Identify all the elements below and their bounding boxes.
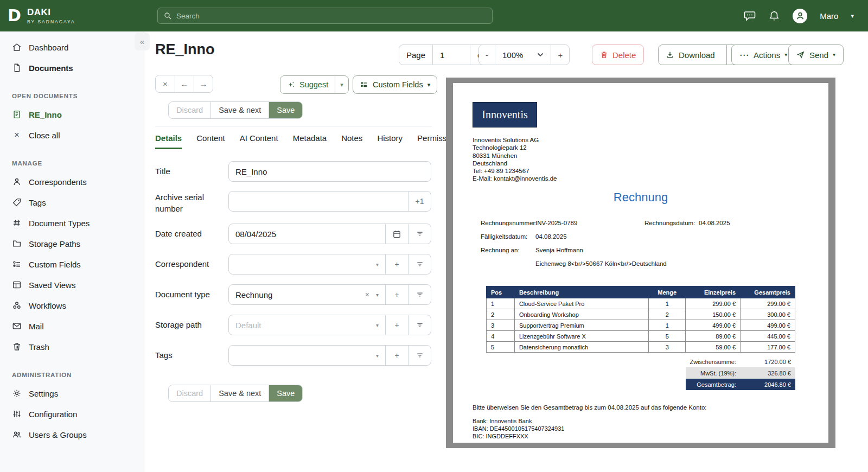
sidebar-item-configuration[interactable]: Configuration — [0, 404, 144, 424]
date-created-field — [228, 224, 431, 244]
sidebar-item-saved-views[interactable]: Saved Views — [0, 275, 144, 295]
pdf-preview-frame[interactable]: Innoventis Innoventis Solutions AG Techn… — [446, 78, 835, 448]
divider — [155, 126, 432, 126]
actions-button[interactable]: ⋯ Actions ▾ — [731, 44, 795, 65]
sidebar-item-trash[interactable]: Trash — [0, 336, 144, 357]
brand-logo[interactable]: D DAKI BY SADNACAYA — [0, 7, 144, 24]
storage-path-add-button[interactable]: + — [385, 315, 408, 335]
correspondent-add-button[interactable]: + — [385, 254, 408, 274]
brand-d-icon: D — [8, 8, 21, 24]
custom-fields-icon — [360, 80, 368, 89]
save-group-bottom: Discard Save & next Save — [168, 385, 303, 402]
sidebar-item-custom-fields[interactable]: Custom Fields — [0, 254, 144, 275]
cell: 2 — [649, 309, 686, 320]
asn-next-number-button[interactable]: +1 — [408, 192, 431, 211]
discard-button[interactable]: Discard — [169, 102, 210, 118]
discard-button[interactable]: Discard — [169, 385, 210, 401]
save-next-button[interactable]: Save & next — [210, 385, 269, 401]
download-button[interactable]: Download — [659, 45, 722, 65]
tags-select[interactable]: ▾ — [229, 346, 385, 365]
ellipsis-icon: ⋯ — [739, 49, 749, 61]
sidebar-item-documents[interactable]: Documents — [0, 58, 144, 78]
close-document-button[interactable]: × — [156, 75, 175, 92]
document-type-select[interactable]: Rechnung × ▾ — [229, 285, 385, 304]
tab-content[interactable]: Content — [196, 133, 225, 149]
company-line: 80331 München — [473, 152, 557, 160]
trash-icon — [12, 342, 22, 352]
document-type-add-button[interactable]: + — [385, 285, 408, 304]
global-search[interactable] — [157, 8, 493, 24]
next-document-button[interactable]: → — [194, 75, 213, 92]
tab-metadata[interactable]: Metadata — [293, 133, 327, 149]
sidebar-item-document-types[interactable]: Document Types — [0, 213, 144, 233]
date-created-input[interactable] — [235, 229, 379, 239]
tab-ai-content[interactable]: AI Content — [240, 133, 278, 149]
custom-fields-button[interactable]: Custom Fields ▾ — [353, 75, 437, 94]
user-avatar[interactable] — [793, 9, 807, 23]
tags-filter-button[interactable] — [408, 346, 431, 365]
payment-note: Bitte überweisen Sie den Gesamtbetrag bi… — [473, 404, 707, 411]
asn-field-label: Archive serial number — [155, 192, 225, 214]
suggest-button[interactable]: Suggest — [280, 76, 335, 93]
save-button[interactable]: Save — [269, 102, 302, 118]
arrow-left-icon: ← — [181, 79, 189, 88]
delete-button[interactable]: Delete — [592, 44, 644, 65]
due-date-label: Fälligkeitsdatum: — [481, 233, 527, 240]
user-menu[interactable]: Maro — [820, 11, 838, 21]
cell: Datensicherung monatlich — [514, 342, 648, 353]
sidebar-item-correspondents[interactable]: Correspondents — [0, 171, 144, 192]
subtotal-row: Zwischensumme: 1720.00 € — [686, 356, 795, 367]
storage-path-select[interactable]: Default ▾ — [229, 315, 385, 335]
zoom-level-value: 100% — [502, 50, 523, 60]
sidebar-item-dashboard[interactable]: Dashboard — [0, 37, 144, 58]
tags-add-button[interactable]: + — [385, 346, 408, 365]
document-type-filter-button[interactable] — [408, 285, 431, 304]
tag-icon — [12, 197, 22, 207]
zoom-level-select[interactable]: 100% — [495, 45, 551, 65]
date-filter-button[interactable] — [408, 224, 431, 244]
due-date-value: 04.08.2025 — [535, 233, 567, 240]
page-number-input[interactable] — [440, 50, 463, 60]
tab-notes[interactable]: Notes — [341, 133, 362, 149]
sidebar-item-label: Settings — [29, 389, 58, 398]
custom-fields-label: Custom Fields — [373, 80, 423, 89]
tab-details[interactable]: Details — [155, 133, 182, 149]
delete-label: Delete — [612, 50, 636, 60]
correspondent-select[interactable]: ▾ — [229, 254, 385, 274]
sidebar-item-mail[interactable]: Mail — [0, 316, 144, 336]
invoice-page: Innoventis Innoventis Solutions AG Techn… — [453, 83, 828, 443]
suggest-button-group: Suggest ▾ — [280, 75, 349, 94]
sidebar-item-tags[interactable]: Tags — [0, 192, 144, 213]
zoom-out-button[interactable]: - — [479, 45, 495, 65]
sidebar-item-workflows[interactable]: Workflows — [0, 295, 144, 316]
storage-path-filter-button[interactable] — [408, 315, 431, 335]
title-input[interactable] — [235, 167, 424, 176]
collapse-sidebar-button[interactable]: « — [135, 33, 150, 50]
sidebar-item-users-groups[interactable]: Users & Groups — [0, 424, 144, 445]
save-group-top: Discard Save & next Save — [168, 101, 303, 119]
save-button[interactable]: Save — [269, 385, 302, 401]
zoom-in-button[interactable]: + — [551, 45, 569, 65]
previous-document-button[interactable]: ← — [175, 75, 194, 92]
sidebar-item-label: Documents — [29, 63, 73, 73]
suggest-options-caret[interactable]: ▾ — [335, 76, 348, 93]
title-input-wrap — [229, 162, 431, 181]
correspondent-filter-button[interactable] — [408, 254, 431, 274]
asn-input[interactable] — [235, 197, 401, 206]
trash-icon — [600, 50, 608, 59]
storage-path-label: Storage path — [155, 320, 225, 329]
sidebar-item-close-all[interactable]: × Close all — [0, 125, 144, 145]
document-nav-group: × ← → — [155, 75, 213, 93]
sidebar-item-open-document[interactable]: RE_Inno — [0, 104, 144, 125]
send-button[interactable]: Send ▾ — [788, 44, 844, 65]
search-input[interactable] — [176, 12, 487, 20]
sidebar-item-storage-paths[interactable]: Storage Paths — [0, 233, 144, 254]
notifications-bell-icon[interactable] — [768, 9, 780, 22]
calendar-button[interactable] — [385, 224, 408, 244]
clear-icon[interactable]: × — [365, 290, 369, 299]
tab-history[interactable]: History — [377, 133, 403, 149]
user-menu-caret-icon[interactable]: ▾ — [851, 13, 854, 19]
save-next-button[interactable]: Save & next — [210, 102, 269, 118]
sidebar-item-settings[interactable]: Settings — [0, 383, 144, 404]
chat-icon[interactable] — [743, 9, 756, 22]
